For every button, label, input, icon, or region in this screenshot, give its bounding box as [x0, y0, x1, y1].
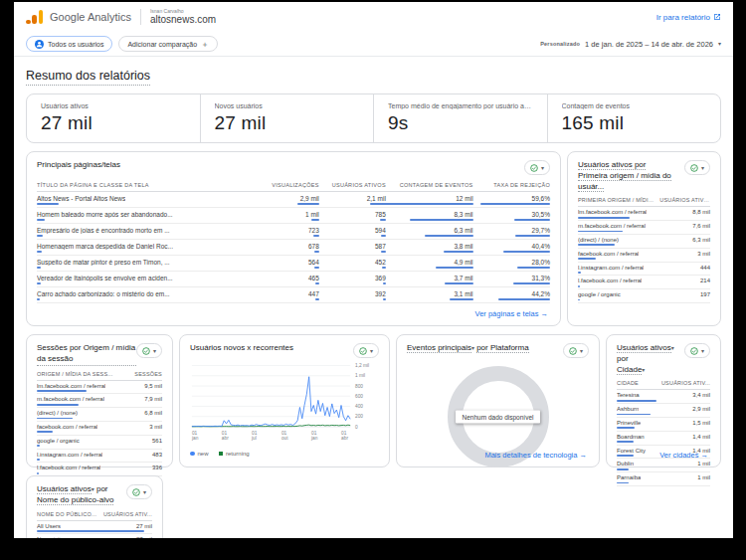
value-bar: [617, 441, 634, 443]
column-header-users[interactable]: USUÁRIOS ATIVOS: [319, 182, 386, 188]
card-title: Usuários novos x recorrentes: [190, 343, 293, 354]
card-title-line1[interactable]: Usuários ativos por: [578, 160, 646, 170]
column-header-views[interactable]: VISUALIZAÇÕES: [242, 182, 318, 188]
svg-text:01: 01: [192, 431, 198, 436]
metric-value: 59,6%: [532, 195, 550, 202]
column-header-bounce[interactable]: TAXA DE REJEIÇÃO: [473, 182, 550, 188]
all-users-chip[interactable]: Todos os usuários: [26, 36, 112, 52]
add-comparison-chip[interactable]: Adicionar comparação ＋: [118, 36, 218, 52]
metric-check-dropdown[interactable]: ▾: [524, 160, 550, 175]
metric-value: 1 mil: [305, 211, 319, 218]
svg-text:01: 01: [222, 431, 228, 436]
metric-check-dropdown[interactable]: ▾: [136, 343, 162, 358]
value-bar: [578, 231, 623, 233]
card-title-dimension[interactable]: Nome do público-alvo: [37, 495, 113, 505]
table-row: Altos News - Portal Altos News2,9 mil2,1…: [37, 192, 550, 208]
svg-text:abr: abr: [222, 436, 229, 441]
scorecard-event-count: Contagem de eventos 165 mil: [547, 94, 721, 142]
metric-check-dropdown[interactable]: ▾: [684, 160, 710, 175]
metric-value: 1,4 mil: [692, 434, 710, 440]
dimension-value: facebook.com / referral: [37, 424, 97, 430]
go-to-report-link[interactable]: Ir para relatório: [656, 13, 721, 22]
card-title-line2[interactable]: Primeira origem / mídia do usuár...: [578, 171, 671, 192]
metric-check-dropdown[interactable]: ▾: [684, 343, 710, 358]
card-title-dimension[interactable]: Cidade: [617, 365, 642, 375]
table-row: lm.facebook.com / referral8,8 mil: [578, 207, 710, 221]
dimension-value: google / organic: [37, 438, 80, 444]
view-pages-link[interactable]: Ver páginas e telas →: [475, 309, 548, 318]
view-cities-link[interactable]: Ver cidades →: [659, 451, 708, 460]
table-row: m.facebook.com / referral7,6 mil: [578, 221, 710, 235]
value-bar: [37, 203, 59, 205]
value-bar: [37, 431, 53, 433]
value-bar: [578, 244, 615, 246]
column-header-dimension[interactable]: ORIGEM / MÍDIA DA SESS...: [37, 371, 113, 377]
card-title-metric[interactable]: Usuários ativos: [37, 484, 92, 494]
dimension-value: Forest City: [617, 448, 646, 454]
chevron-down-icon: ▾: [718, 41, 721, 47]
plus-icon: ＋: [201, 39, 209, 50]
svg-text:800: 800: [355, 384, 363, 389]
card-title-metric[interactable]: Eventos principais: [407, 343, 471, 353]
column-header-events[interactable]: CONTAGEM DE EVENTOS: [386, 182, 473, 188]
table-body: Teresina3,4 milAshburn2,9 milPrineville1…: [617, 390, 710, 486]
dimension-value: m.facebook.com / referral: [578, 223, 646, 229]
dimension-value: (direct) / (none): [578, 237, 619, 243]
table-row: Carro achado carbonizado: o mistério do …: [37, 287, 550, 303]
column-header-metric[interactable]: USUÁRIOS ATIV...: [103, 511, 152, 517]
property-name[interactable]: altosnews.com: [150, 14, 216, 25]
legend-square-icon: [219, 452, 224, 457]
scorecard-value: 165 mil: [562, 112, 707, 134]
value-bar: [578, 272, 581, 274]
card-key-events-by-platform: Eventos principais▾ por Plataforma ▾ Nen…: [396, 334, 600, 467]
metric-value: 197: [700, 291, 710, 297]
value-bar: [517, 267, 550, 269]
svg-text:1 mil: 1 mil: [355, 373, 365, 378]
card-title-metric[interactable]: Usuários ativos: [617, 343, 671, 353]
link-label: Mais detalhes de tecnologia: [484, 451, 577, 460]
column-header-dimension[interactable]: PRIMEIRA ORIGEM / MÍDIA ...: [578, 197, 655, 203]
page-title[interactable]: Resumo dos relatórios: [26, 69, 150, 86]
column-header-dimension[interactable]: CIDADE: [617, 380, 639, 386]
column-header-metric[interactable]: USUÁRIOS ATIV...: [661, 380, 710, 386]
date-range-selector[interactable]: Personalizado 1 de jan. de 2025 – 14 de …: [540, 40, 721, 49]
table-body: Altos News - Portal Altos News2,9 mil2,1…: [37, 192, 550, 303]
table-row: Teresina3,4 mil: [617, 390, 710, 404]
account-switcher[interactable]: Isnan Carvalho altosnews.com: [150, 9, 216, 26]
dimension-value: (direct) / (none): [37, 410, 78, 416]
legend-item[interactable]: returning: [219, 451, 250, 457]
value-bar: [37, 298, 40, 300]
dimension-value: m.facebook.com / referral: [37, 396, 104, 402]
table-row: Dublin1 mil: [617, 459, 710, 472]
date-range-value: 1 de jan. de 2025 – 14 de abr. de 2026: [585, 40, 713, 49]
dimension-value: google / organic: [578, 291, 621, 297]
dimension-value: Teresina: [617, 392, 640, 398]
table-row: facebook.com / referral3 mil: [578, 249, 710, 263]
value-bar: [297, 203, 319, 205]
metric-check-dropdown[interactable]: ▾: [353, 343, 379, 358]
metric-check-dropdown[interactable]: ▾: [126, 484, 152, 499]
metric-check-dropdown[interactable]: ▾: [563, 343, 589, 358]
dimension-value: New visitors: [37, 536, 69, 538]
card-title-dimension[interactable]: por Plataforma: [476, 343, 528, 353]
legend-label: returning: [226, 451, 250, 457]
check-circle-icon: [690, 164, 698, 172]
column-header-dimension[interactable]: NOME DO PÚBLICO...: [37, 511, 96, 517]
table-row: Homenagem marca despedida de Daniel Roc.…: [37, 240, 550, 256]
metric-value: 2,9 mil: [692, 406, 710, 412]
chevron-down-icon: ▾: [92, 486, 94, 492]
metric-value: 8,3 mil: [454, 211, 472, 218]
check-circle-icon: [142, 347, 150, 355]
table-row: Ashburn2,9 mil: [617, 404, 710, 418]
value-bar: [311, 219, 319, 221]
svg-text:1,2 mil: 1,2 mil: [355, 363, 369, 368]
metric-value: 3 mil: [697, 251, 710, 257]
legend-item[interactable]: new: [190, 451, 209, 457]
svg-text:200: 200: [355, 414, 363, 419]
column-header-metric[interactable]: USUÁRIOS ATIVOS: [659, 197, 710, 203]
column-header-title[interactable]: TÍTULO DA PÁGINA E CLASSE DA TELA: [37, 182, 242, 188]
tech-details-link[interactable]: Mais detalhes de tecnologia →: [484, 451, 587, 460]
scorecard-label: Novos usuários: [215, 102, 360, 109]
column-header-metric[interactable]: SESSÕES: [134, 371, 162, 377]
card-title[interactable]: Sessões por Origem / mídia da sessão: [37, 343, 136, 366]
